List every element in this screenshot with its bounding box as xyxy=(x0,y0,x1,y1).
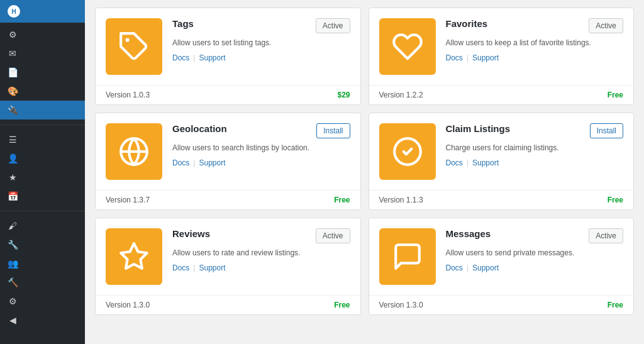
link-sep-geolocation: | xyxy=(193,158,195,167)
templates-icon: 📄 xyxy=(8,67,18,77)
card-top-tags: Tags Active Allow users to set listing t… xyxy=(96,8,360,85)
extension-card-claim: Claim Listings Install Charge users for … xyxy=(369,113,635,210)
docs-link-favorites[interactable]: Docs xyxy=(446,53,463,62)
card-header-claim: Claim Listings Install xyxy=(446,123,624,138)
sidebar-item-templates[interactable]: 📄 xyxy=(0,63,85,82)
extension-card-geolocation: Geolocation Install Allow users to searc… xyxy=(95,113,361,210)
link-sep-tags: | xyxy=(193,53,195,62)
extension-card-tags: Tags Active Allow users to set listing t… xyxy=(95,8,361,105)
sidebar-item-listings[interactable]: ☰ xyxy=(0,130,85,149)
sidebar-item-extensions[interactable]: 🔌 xyxy=(0,101,85,119)
version-label-reviews: Version 1.3.0 xyxy=(106,301,150,309)
themes-icon: 🎨 xyxy=(8,86,18,96)
card-title-reviews: Reviews xyxy=(172,228,210,239)
plugins-icon: 🔧 xyxy=(8,240,18,250)
card-icon-favorites xyxy=(379,18,436,75)
support-link-tags[interactable]: Support xyxy=(199,53,225,62)
sidebar-item-settings[interactable]: ⚙ xyxy=(0,25,85,44)
price-tags: $29 xyxy=(337,91,350,99)
price-favorites: Free xyxy=(608,91,623,99)
card-desc-favorites: Allow users to keep a list of favorite l… xyxy=(446,37,624,48)
price-messages: Free xyxy=(608,301,623,309)
main-content: Tags Active Allow users to set listing t… xyxy=(85,0,644,344)
version-label-messages: Version 1.3.0 xyxy=(379,301,423,309)
version-label-claim: Version 1.1.3 xyxy=(379,196,423,204)
card-top-claim: Claim Listings Install Charge users for … xyxy=(369,113,634,190)
docs-link-tags[interactable]: Docs xyxy=(172,53,189,62)
card-bottom-reviews: Version 1.3.0 Free xyxy=(96,295,360,314)
sidebar-item-users[interactable]: 👥 xyxy=(0,254,85,273)
support-link-favorites[interactable]: Support xyxy=(472,53,499,62)
card-icon-claim xyxy=(379,123,436,180)
card-header-tags: Tags Active xyxy=(172,18,350,33)
card-icon-tags xyxy=(106,18,162,75)
sidebar-item-emails[interactable]: ✉ xyxy=(0,44,85,63)
card-info-tags: Tags Active Allow users to set listing t… xyxy=(172,18,350,75)
settings2-icon: ⚙ xyxy=(8,296,18,306)
svg-marker-4 xyxy=(121,243,147,269)
version-label-tags: Version 1.0.3 xyxy=(106,91,150,99)
extensions-icon: 🔌 xyxy=(8,105,18,115)
docs-link-reviews[interactable]: Docs xyxy=(172,264,189,272)
bookings-icon: 📅 xyxy=(8,191,18,201)
support-link-reviews[interactable]: Support xyxy=(199,264,225,272)
sidebar-item-appearance[interactable]: 🖌 xyxy=(0,216,85,235)
card-top-favorites: Favorites Active Allow users to keep a l… xyxy=(369,8,634,85)
card-title-geolocation: Geolocation xyxy=(172,123,227,134)
active-button-reviews[interactable]: Active xyxy=(316,228,350,243)
card-top-messages: Messages Active Allow users to send priv… xyxy=(369,218,634,295)
listings-icon: ☰ xyxy=(8,135,18,145)
sidebar-middle-section: ☰ 👤 ★ 📅 xyxy=(0,128,85,208)
active-button-favorites[interactable]: Active xyxy=(589,18,623,33)
card-title-tags: Tags xyxy=(172,18,194,29)
price-reviews: Free xyxy=(334,301,350,309)
sidebar-item-tools[interactable]: 🔨 xyxy=(0,273,85,292)
sidebar-item-themes[interactable]: 🎨 xyxy=(0,82,85,101)
price-claim: Free xyxy=(608,196,623,204)
sidebar-item-bookings[interactable]: 📅 xyxy=(0,187,85,206)
support-link-geolocation[interactable]: Support xyxy=(199,158,225,167)
sidebar: H ⚙ ✉ 📄 🎨 🔌 ☰ 👤 xyxy=(0,0,85,344)
card-desc-geolocation: Allow users to search listings by locati… xyxy=(172,142,350,153)
docs-link-geolocation[interactable]: Docs xyxy=(172,158,189,167)
active-button-tags[interactable]: Active xyxy=(316,18,350,33)
support-link-messages[interactable]: Support xyxy=(472,264,499,272)
card-header-favorites: Favorites Active xyxy=(446,18,624,33)
card-header-reviews: Reviews Active xyxy=(172,228,350,243)
card-info-messages: Messages Active Allow users to send priv… xyxy=(446,228,624,285)
card-icon-geolocation xyxy=(106,123,162,180)
card-links-claim: Docs | Support xyxy=(446,158,624,167)
card-header-geolocation: Geolocation Install xyxy=(172,123,350,138)
sidebar-item-plugins[interactable]: 🔧 xyxy=(0,235,85,254)
sidebar-item-collapse[interactable]: ◀ xyxy=(0,311,85,330)
card-info-reviews: Reviews Active Allow users to rate and r… xyxy=(172,228,350,285)
card-desc-tags: Allow users to set listing tags. xyxy=(172,37,350,48)
card-bottom-tags: Version 1.0.3 $29 xyxy=(96,85,360,104)
extensions-grid: Tags Active Allow users to set listing t… xyxy=(95,8,634,315)
support-link-claim[interactable]: Support xyxy=(472,158,499,167)
card-links-tags: Docs | Support xyxy=(172,53,350,62)
card-links-messages: Docs | Support xyxy=(446,264,624,272)
price-geolocation: Free xyxy=(334,196,350,204)
install-button-claim[interactable]: Install xyxy=(590,123,623,138)
card-title-messages: Messages xyxy=(446,228,491,239)
hivepress-logo-icon: H xyxy=(8,5,20,18)
card-info-geolocation: Geolocation Install Allow users to searc… xyxy=(172,123,350,180)
sidebar-bottom-section: 🖌 🔧 👥 🔨 ⚙ ◀ xyxy=(0,214,85,332)
sidebar-divider-2 xyxy=(0,211,85,211)
sidebar-item-testimonials[interactable]: ★ xyxy=(0,168,85,187)
version-label-favorites: Version 1.2.2 xyxy=(379,91,423,99)
active-button-messages[interactable]: Active xyxy=(589,228,623,243)
card-bottom-favorites: Version 1.2.2 Free xyxy=(369,85,634,104)
docs-link-claim[interactable]: Docs xyxy=(446,158,463,167)
card-icon-reviews xyxy=(106,228,162,285)
sidebar-item-settings2[interactable]: ⚙ xyxy=(0,292,85,311)
card-bottom-messages: Version 1.3.0 Free xyxy=(369,295,634,314)
sidebar-item-vendors[interactable]: 👤 xyxy=(0,149,85,168)
extension-card-reviews: Reviews Active Allow users to rate and r… xyxy=(95,218,361,315)
card-icon-messages xyxy=(379,228,436,285)
docs-link-messages[interactable]: Docs xyxy=(446,264,463,272)
sidebar-logo[interactable]: H xyxy=(0,0,85,23)
install-button-geolocation[interactable]: Install xyxy=(316,123,350,138)
card-links-reviews: Docs | Support xyxy=(172,264,350,272)
